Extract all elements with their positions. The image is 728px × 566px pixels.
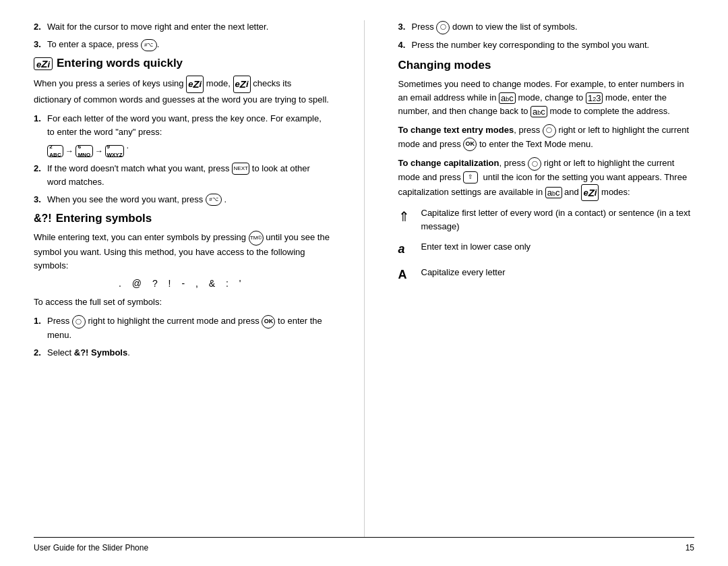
abc-mode-icon2: abc — [530, 106, 547, 118]
cap-lower-text: Enter text in lower case only — [421, 240, 531, 254]
symbols-list: 1. Press ◯ right to highlight the curren… — [34, 314, 330, 360]
list-item: 4. Press the number key corresponding to… — [398, 38, 695, 52]
change-text-label: To change text entry modes — [398, 125, 514, 135]
cap-all-icon: A — [398, 266, 415, 285]
list-item: 3. Press ◯ down to view the list of symb… — [398, 20, 695, 34]
list-item: 1. For each letter of the word you want,… — [34, 112, 330, 158]
item-num: 2. — [34, 346, 44, 360]
item-text: To enter a space, press #⌥. — [47, 38, 330, 51]
full-set-label: To access the full set of symbols: — [34, 295, 330, 309]
ezi-logo3: eZi — [581, 184, 599, 201]
content-area: 2. Wait for the cursor to move right and… — [34, 20, 694, 537]
item-num: 2. — [34, 162, 44, 189]
item-text: Select &?! Symbols. — [47, 346, 330, 360]
item-text: Press ◯ down to view the list of symbols… — [412, 20, 695, 34]
key-2abc: 2ABC — [47, 145, 63, 157]
abc-mode-icon3: abc — [545, 187, 562, 199]
ezi-intro: When you press a series of keys using eZ… — [34, 76, 330, 106]
column-divider — [364, 20, 365, 537]
ezi-list: 1. For each letter of the word you want,… — [34, 112, 330, 206]
item-text: Press ◯ right to highlight the current m… — [47, 314, 330, 342]
item-num: 3. — [34, 38, 44, 51]
change-text-entry: To change text entry modes, press ◯ righ… — [398, 123, 695, 151]
right-column: 3. Press ◯ down to view the list of symb… — [388, 20, 695, 537]
right-intro-list: 3. Press ◯ down to view the list of symb… — [398, 20, 695, 52]
item-num: 1. — [34, 112, 44, 158]
section-ezi-label: Entering words quickly — [57, 57, 183, 70]
list-item: 3. When you see the word you want, press… — [34, 193, 330, 206]
cap-all-text: Capitalize every letter — [421, 266, 506, 279]
item-num: 1. — [34, 314, 44, 342]
item-text: For each letter of the word you want, pr… — [47, 112, 330, 158]
item-num: 3. — [34, 193, 44, 206]
sym-key: TM© — [249, 231, 264, 246]
change-cap-label: To change capitalization — [398, 158, 499, 168]
list-item: 1. Press ◯ right to highlight the curren… — [34, 314, 330, 342]
section-ezi-title: eZi Entering words quickly — [34, 57, 330, 70]
list-item: 2. Select &?! Symbols. — [34, 346, 330, 360]
arrow1: → — [65, 145, 73, 158]
nav-key2: ◯ — [543, 124, 556, 138]
intro-list: 2. Wait for the cursor to move right and… — [34, 20, 330, 51]
list-item: 3. To enter a space, press #⌥. — [34, 38, 330, 51]
page-footer: User Guide for the Slider Phone 15 — [34, 537, 694, 553]
cap-settings-list: ⇑ Capitalize first letter of every word … — [398, 206, 695, 285]
section-symbols-title: &?! Entering symbols — [34, 212, 330, 225]
left-column: 2. Wait for the cursor to move right and… — [34, 20, 340, 537]
item-num: 3. — [398, 20, 409, 34]
key-9wxyz: 9WXYZ — [105, 145, 124, 157]
ok-key: OK — [262, 315, 275, 329]
cap-setting-word: ⇑ Capitalize first letter of every word … — [398, 206, 695, 233]
space-key-icon: #⌥ — [141, 39, 157, 51]
nav-key: ◯ — [72, 315, 86, 329]
item-num: 2. — [34, 20, 44, 34]
nav-key-down: ◯ — [436, 21, 450, 34]
next-key: NEXT — [232, 163, 249, 175]
change-cap: To change capitalization, press ◯ right … — [398, 157, 695, 201]
cap-word-text: Capitalize first letter of every word (i… — [421, 206, 695, 233]
item-text: If the word doesn't match what you want,… — [47, 162, 330, 189]
cap-word-icon: ⇑ — [398, 206, 415, 227]
symbols-intro: While entering text, you can enter symbo… — [34, 231, 330, 273]
nav-key3: ◯ — [528, 157, 541, 171]
item-text: When you see the word you want, press #⌥… — [47, 193, 330, 206]
cap-setting-all: A Capitalize every letter — [398, 266, 695, 285]
section-modes-label: Changing modes — [398, 59, 491, 72]
item-num: 4. — [398, 38, 409, 52]
space-key2: #⌥ — [206, 194, 222, 206]
page: 2. Wait for the cursor to move right and… — [0, 0, 728, 566]
ezi-logo-inline: eZi — [186, 76, 204, 92]
section-symbols-label: Entering symbols — [56, 212, 152, 225]
shift-key: ⇧ — [463, 171, 478, 183]
page-number: 15 — [686, 543, 694, 553]
modes-intro: Sometimes you need to change modes. For … — [398, 78, 695, 118]
symbol-icon: &?! — [34, 213, 52, 225]
item-text: Press the number key corresponding to th… — [412, 38, 695, 52]
symbols-display: . @ ? ! - , & : ' — [34, 278, 330, 289]
arrow2: → — [95, 145, 103, 158]
ezi-logo-inline2: eZi — [233, 76, 251, 92]
abc-mode-icon: abc — [499, 92, 516, 105]
key-6mno: 6MNO — [75, 145, 93, 157]
ezi-icon: eZi — [34, 57, 53, 70]
list-item: 2. Wait for the cursor to move right and… — [34, 20, 330, 34]
section-modes-title: Changing modes — [398, 59, 695, 72]
footer-title: User Guide for the Slider Phone — [34, 543, 148, 553]
list-item: 2. If the word doesn't match what you wa… — [34, 162, 330, 189]
cap-lower-icon: a — [398, 240, 415, 259]
num123-icon: 123 — [586, 92, 603, 105]
item-text: Wait for the cursor to move right and en… — [47, 20, 330, 34]
ok-key2: OK — [463, 138, 477, 151]
cap-setting-lower: a Enter text in lower case only — [398, 240, 695, 259]
